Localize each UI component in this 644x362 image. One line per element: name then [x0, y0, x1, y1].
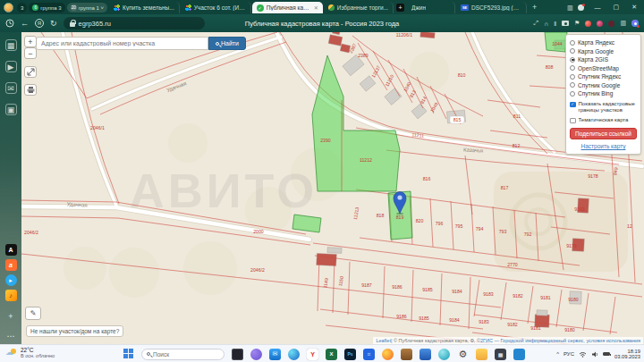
- excel-icon[interactable]: X: [326, 349, 337, 360]
- settings-icon[interactable]: ⚙: [457, 349, 469, 360]
- checkbox-icon[interactable]: [570, 118, 576, 124]
- chat-icon[interactable]: [250, 349, 262, 360]
- measure-button[interactable]: [24, 66, 37, 78]
- search-input[interactable]: [36, 37, 208, 50]
- gis-link[interactable]: 2ГИС — Городской информационный сервис: [480, 338, 583, 343]
- layer-checkbox[interactable]: Тематическая карта: [570, 117, 637, 124]
- terms-link[interactable]: , условия использования: [583, 338, 640, 343]
- weather-widget[interactable]: 22°CВ осн. облачно: [5, 347, 55, 358]
- browser-tab[interactable]: SEDSCF5293.jpg (10...: [456, 2, 527, 13]
- taskview-icon[interactable]: [232, 349, 243, 360]
- close-button[interactable]: ✕: [626, 4, 642, 11]
- battery-icon[interactable]: [603, 352, 610, 357]
- yandex-icon[interactable]: Y: [307, 349, 318, 360]
- radio-icon[interactable]: [570, 48, 575, 54]
- sidebar-panels-icon[interactable]: ▥: [620, 20, 626, 27]
- mail-icon[interactable]: ✉: [269, 349, 281, 360]
- yandex-home-icon[interactable]: Я: [35, 19, 44, 28]
- pause-icon[interactable]: ‖: [554, 21, 556, 27]
- report-parcel-button[interactable]: ✎: [25, 307, 41, 320]
- bookmark-icon[interactable]: ⚑: [574, 20, 580, 27]
- zoom-out-button[interactable]: −: [24, 47, 37, 59]
- radio-icon[interactable]: [570, 74, 575, 80]
- browser-tab[interactable]: Участок 6 сот. (ИЖ...: [181, 2, 251, 13]
- notifications-icon[interactable]: [578, 4, 584, 11]
- radio-icon[interactable]: [570, 65, 575, 71]
- calc-icon[interactable]: ▦: [495, 349, 506, 360]
- extension-rose-icon[interactable]: [585, 21, 591, 27]
- photoshop-icon[interactable]: Ps: [344, 349, 356, 360]
- edge-icon[interactable]: [288, 349, 300, 360]
- tableau-icon[interactable]: ▦: [5, 39, 17, 51]
- volume-icon[interactable]: [591, 351, 598, 358]
- layer-checkbox[interactable]: ✓Показать кадастровые границы участков: [570, 101, 637, 114]
- headset-icon[interactable]: ∩: [544, 21, 548, 27]
- share-link-button[interactable]: Поделиться ссылкой: [570, 128, 637, 139]
- tab-close-icon[interactable]: ✕: [314, 4, 318, 11]
- layer-option[interactable]: Спутник Google: [570, 81, 637, 90]
- layer-option[interactable]: OpenStreetMap: [570, 64, 637, 73]
- configure-map-link[interactable]: Настроить карту: [570, 143, 637, 149]
- cadastral-map[interactable]: АВИТОУдачнаяУдачнаяКазачья11206/12387238…: [21, 32, 644, 344]
- checkbox-icon[interactable]: ✓: [570, 102, 576, 108]
- folder-icon[interactable]: [476, 349, 487, 360]
- layer-option[interactable]: Спутник Яндекс: [570, 72, 637, 81]
- browser-tab[interactable]: Купить земельны...: [109, 2, 180, 13]
- tray-chevron-icon[interactable]: ^: [556, 351, 559, 357]
- app-avito[interactable]: a: [5, 259, 17, 271]
- radio-icon[interactable]: [570, 40, 575, 46]
- start-button[interactable]: [123, 349, 134, 359]
- zoom-in-button[interactable]: +: [24, 36, 37, 47]
- map-canvas[interactable]: АВИТОУдачнаяУдачнаяКазачья11206/12387238…: [21, 32, 644, 344]
- blue2-icon[interactable]: [419, 349, 431, 360]
- paint-icon[interactable]: [513, 349, 525, 360]
- add-panel-button[interactable]: +: [8, 312, 13, 321]
- minimize-button[interactable]: —: [589, 4, 606, 11]
- leaflet-link[interactable]: Leaflet: [376, 338, 391, 343]
- tab-group-1-pill[interactable]: 20 группа 1 ˅: [67, 3, 107, 13]
- video-icon[interactable]: ▶: [5, 61, 17, 72]
- sphere-icon[interactable]: [438, 349, 450, 360]
- downloads-icon[interactable]: ▥: [564, 4, 576, 12]
- print-button[interactable]: [24, 84, 37, 96]
- tab-group-add-button[interactable]: +: [396, 4, 404, 12]
- extension-dark-icon[interactable]: [608, 21, 614, 27]
- address-bar[interactable]: egrp365.ru: [64, 17, 205, 29]
- alice-icon[interactable]: [631, 20, 639, 27]
- messenger-icon[interactable]: ✉: [5, 82, 17, 94]
- screenshot-icon[interactable]: ▣: [5, 104, 17, 115]
- radio-icon[interactable]: [570, 82, 575, 88]
- camera-icon[interactable]: [562, 21, 569, 26]
- search-button[interactable]: Найти: [208, 37, 246, 50]
- language-indicator[interactable]: РУС: [564, 351, 574, 357]
- layer-option[interactable]: Карта 2GIS: [570, 55, 637, 64]
- browser-tab[interactable]: Избранные торги...: [324, 2, 394, 13]
- tab-count-pill[interactable]: 3: [17, 3, 27, 13]
- back-icon[interactable]: ←: [21, 19, 29, 28]
- app-a[interactable]: A: [5, 244, 17, 256]
- taskbar-search[interactable]: Поиск: [141, 349, 225, 360]
- radio-icon[interactable]: [570, 91, 575, 97]
- tab-group-3-pill[interactable]: 6 группа 3: [29, 3, 64, 13]
- more-icon[interactable]: ⋯: [7, 332, 15, 341]
- report-tooltip[interactable]: Не нашли участок/дом на карте?: [26, 325, 123, 337]
- wifi-icon[interactable]: [579, 351, 587, 358]
- clock[interactable]: 18:1903.09.2023: [614, 349, 640, 360]
- firefox-icon[interactable]: [382, 349, 394, 360]
- browser-tab[interactable]: Джин: [407, 2, 455, 13]
- refresh-icon[interactable]: ↻: [50, 19, 57, 28]
- app-music[interactable]: ♪: [5, 290, 17, 301]
- layer-option[interactable]: Карта Google: [570, 47, 637, 56]
- fullscreen-icon[interactable]: ⤢: [534, 20, 539, 27]
- bronze-icon[interactable]: [401, 349, 412, 360]
- layer-option[interactable]: Спутник Bing: [570, 89, 637, 98]
- radio-icon[interactable]: [570, 57, 575, 63]
- history-icon[interactable]: [5, 19, 14, 28]
- new-tab-button[interactable]: +: [529, 3, 540, 12]
- extension-rose2-icon[interactable]: [597, 21, 603, 27]
- maximize-button[interactable]: ▢: [608, 4, 625, 11]
- browser-tab[interactable]: ✓Публичная кад...✕: [252, 2, 323, 13]
- profile-avatar[interactable]: [4, 3, 13, 13]
- app-telegram[interactable]: ▸: [5, 274, 17, 286]
- hblue-icon[interactable]: ⌗: [363, 349, 375, 360]
